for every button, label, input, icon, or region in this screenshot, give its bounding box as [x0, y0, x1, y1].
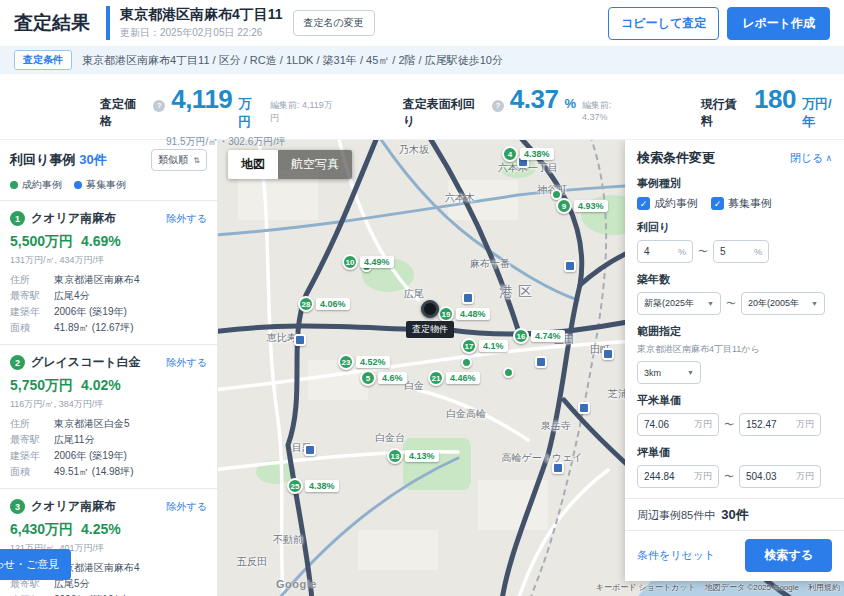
terms-link[interactable]: 利用規約 [808, 582, 840, 593]
case-price-row: 5,750万円4.02% [10, 377, 207, 395]
create-report-button[interactable]: レポート作成 [727, 7, 830, 40]
feedback-tab[interactable]: お問い合わせ・ご意見 [0, 549, 71, 580]
exclude-link[interactable]: 除外する [167, 212, 207, 226]
keyboard-shortcuts-link[interactable]: キーボード ショートカット [596, 582, 696, 593]
range-tilde: 〜 [726, 297, 736, 311]
case-marker[interactable]: 284.06% [298, 296, 350, 312]
marker-yield-label: 4.1% [479, 340, 508, 352]
detail-value: 広尾11分 [54, 434, 94, 446]
case-marker[interactable]: 214.46% [428, 370, 480, 386]
sort-order-select[interactable]: 類似順 ⇅ [151, 149, 207, 171]
percent-unit: % [750, 247, 762, 257]
case-price: 5,750万円 [10, 377, 73, 395]
yield-unit: % [564, 96, 576, 111]
case-marker[interactable]: 174.1% [461, 338, 508, 354]
tsubo-max-value: 504.03 [746, 471, 777, 482]
age-max-select[interactable]: 20年(2005年 ▼ [741, 292, 825, 315]
sort-label: 類似順 [158, 153, 188, 167]
case-card-header: 2グレイスコート白金除外する [10, 354, 207, 371]
map-type-map-button[interactable]: 地図 [228, 150, 278, 179]
caret-down-icon: ▼ [704, 300, 714, 307]
sqm-price-label: 平米単価 [637, 393, 832, 408]
map-place-label: 六本木 [445, 191, 475, 205]
close-label: 閉じる [790, 151, 824, 166]
marker-yield-label: 4.06% [316, 298, 350, 310]
rename-appraisal-button[interactable]: 査定名の変更 [293, 10, 375, 36]
appraisal-result-page: 査定結果 東京都港区南麻布4丁目11 更新日：2025年02月05日 22:26… [0, 0, 844, 596]
subject-property-marker[interactable]: 査定物件 [406, 300, 454, 338]
sqm-max-input[interactable]: 152.47 万円 [739, 413, 821, 436]
case-detail-row: 面積49.51㎡ (14.98坪) [10, 466, 207, 478]
case-marker-dot[interactable] [461, 357, 472, 368]
top-bar: 査定結果 東京都港区南麻布4丁目11 更新日：2025年02月05日 22:26… [0, 0, 844, 46]
info-icon[interactable]: ? [492, 100, 504, 112]
case-marker[interactable]: 164.74% [513, 328, 565, 344]
case-name: クオリア南麻布 [31, 498, 116, 515]
case-price: 5,500万円 [10, 233, 73, 251]
reset-conditions-link[interactable]: 条件をリセット [637, 548, 715, 563]
map-place-label: 五反田 [237, 555, 267, 569]
detail-label: 住所 [10, 274, 54, 286]
appraisal-summary: 査定価格 ? 4,119 万円 編集前: 4,119万円 91.5万円/㎡・30… [0, 74, 844, 140]
tsubo-min-input[interactable]: 244.84 万円 [637, 465, 719, 488]
info-icon[interactable]: ? [153, 100, 165, 112]
case-marker[interactable]: 54.6% [360, 370, 407, 386]
case-marker[interactable]: 44.38% [502, 146, 554, 162]
case-detail-row: 最寄駅広尾11分 [10, 434, 207, 446]
legend-label: 成約事例 [22, 178, 62, 192]
case-marker[interactable]: 254.38% [287, 478, 339, 494]
detail-value: 2006年 (築19年) [54, 306, 127, 318]
case-marker-dot[interactable] [503, 367, 514, 378]
yield-min-input[interactable]: 4 % [637, 240, 693, 263]
case-type-checkbox[interactable]: ✓募集事例 [711, 196, 772, 211]
yield-edited-note: 編集前: 4.37% [582, 99, 639, 122]
case-marker[interactable]: 234.52% [338, 354, 390, 370]
case-number-badge: 2 [10, 355, 25, 370]
case-type-checkbox[interactable]: ✓成約事例 [637, 196, 698, 211]
map-type-control: 地図 航空写真 [228, 150, 352, 179]
case-card[interactable]: 1クオリア南麻布除外する5,500万円4.69%131万円/㎡, 434万円/坪… [0, 201, 217, 345]
case-marker[interactable]: 134.13% [387, 448, 439, 464]
copy-appraisal-button[interactable]: コピーして査定 [608, 7, 719, 40]
case-marker[interactable]: 104.49% [342, 254, 394, 270]
sort-icon: ⇅ [193, 156, 200, 165]
range-tilde: 〜 [724, 418, 734, 432]
yield-cases-sidebar: 利回り事例 30件 類似順 ⇅ 成約事例募集事例 1クオリア南麻布除外する5,5… [0, 140, 218, 596]
close-panel-button[interactable]: 閉じる ∧ [790, 151, 832, 166]
yield-min-value: 4 [644, 246, 650, 257]
exclude-link[interactable]: 除外する [167, 500, 207, 514]
tsubo-max-input[interactable]: 504.03 万円 [739, 465, 821, 488]
station-marker [602, 348, 614, 360]
subject-address: 東京都港区南麻布4丁目11 [120, 6, 283, 24]
legend-dot [74, 181, 82, 189]
range-tilde: 〜 [724, 470, 734, 484]
case-marker[interactable]: 94.93% [556, 198, 608, 214]
checkbox-checked-icon: ✓ [637, 197, 650, 210]
price-unit-breakdown: 91.5万円/㎡・302.6万円/坪 [100, 135, 341, 149]
sqm-max-value: 152.47 [746, 419, 777, 430]
legend-label: 募集事例 [86, 178, 126, 192]
legend-item: 募集事例 [74, 178, 126, 192]
case-card[interactable]: 2グレイスコート白金除外する5,750万円4.02%116万円/㎡, 384万円… [0, 345, 217, 489]
sqm-price-row: 74.06 万円 〜 152.47 万円 [637, 413, 832, 436]
age-min-select[interactable]: 新築(2025年 ▼ [637, 292, 721, 315]
marker-number: 28 [298, 296, 314, 312]
marker-number: 13 [387, 448, 403, 464]
exclude-link[interactable]: 除外する [167, 356, 207, 370]
price-label: 査定価格 [100, 96, 147, 130]
sqm-min-input[interactable]: 74.06 万円 [637, 413, 719, 436]
sidebar-title: 利回り事例 [10, 151, 75, 169]
yield-max-input[interactable]: 5 % [713, 240, 769, 263]
case-name: グレイスコート白金 [31, 354, 141, 371]
man-unit: 万円 [792, 470, 814, 483]
map-type-satellite-button[interactable]: 航空写真 [278, 150, 352, 179]
updated-date: 更新日：2025年02月05日 22:26 [120, 26, 283, 40]
search-button[interactable]: 検索する [745, 539, 832, 572]
sidebar-legend: 成約事例募集事例 [0, 175, 217, 201]
range-distance-select[interactable]: 3km ▼ [637, 361, 701, 384]
man-unit: 万円 [690, 470, 712, 483]
map-attribution: キーボード ショートカット 地図データ ©2025 Google 利用規約 [596, 582, 840, 593]
marker-yield-label: 4.6% [378, 372, 407, 384]
marker-number: 4 [502, 146, 518, 162]
case-detail-row: 面積41.89㎡ (12.67坪) [10, 322, 207, 334]
